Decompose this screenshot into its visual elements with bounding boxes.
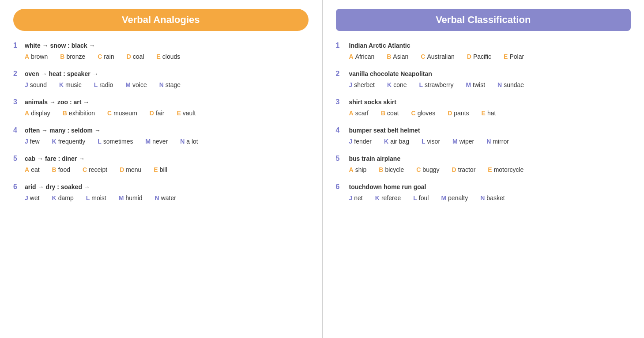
answer-text: mirror bbox=[493, 138, 509, 145]
answer-text: clouds bbox=[162, 53, 180, 60]
verbal-classification-panel: Verbal Classification 1Indian Arctic Atl… bbox=[323, 0, 644, 338]
answer-item: Na lot bbox=[180, 138, 198, 145]
answer-text: bill bbox=[160, 166, 167, 173]
answer-letter: N bbox=[159, 81, 164, 88]
answer-letter: N bbox=[480, 194, 485, 201]
answer-item: Nstage bbox=[159, 81, 181, 88]
question-words: Indian Arctic Atlantic bbox=[349, 42, 411, 49]
answer-row: AeatBfoodCreceiptDmenuEbill bbox=[13, 166, 309, 173]
answer-item: Bcoat bbox=[381, 110, 399, 117]
answer-item: Ascarf bbox=[349, 110, 369, 117]
answer-item: AAfrican bbox=[349, 53, 375, 60]
answer-row: JsherbetKconeLstrawberryMtwistNsundae bbox=[336, 81, 631, 88]
answer-item: Cgloves bbox=[411, 110, 436, 117]
answer-letter: K bbox=[384, 138, 388, 145]
question-words: bumper seat belt helmet bbox=[349, 127, 420, 134]
answer-item: Ehat bbox=[482, 110, 496, 117]
answer-text: air bag bbox=[390, 138, 409, 145]
answer-item: Creceipt bbox=[83, 166, 107, 173]
answer-text: African bbox=[355, 53, 375, 60]
answer-item: Eclouds bbox=[157, 53, 181, 60]
answer-item: Cmuseum bbox=[107, 110, 137, 117]
analogies-questions: 1white → snow : black →AbrownBbronzeCrai… bbox=[13, 42, 309, 201]
answer-text: exhibition bbox=[69, 110, 95, 117]
question-number: 5 bbox=[13, 155, 23, 163]
answer-letter: L bbox=[413, 194, 417, 201]
answer-letter: L bbox=[98, 138, 102, 145]
answer-row: AdisplayBexhibitionCmuseumDfairEvault bbox=[13, 110, 309, 117]
answer-text: menu bbox=[126, 166, 141, 173]
answer-item: Nsundae bbox=[497, 81, 524, 88]
answer-item: Kfrequently bbox=[52, 138, 86, 145]
answer-text: penalty bbox=[448, 194, 468, 201]
answer-item: Cbuggy bbox=[416, 166, 439, 173]
answer-letter: D bbox=[120, 166, 124, 173]
question-text: oven → heat : speaker → bbox=[25, 70, 98, 77]
answer-text: pants bbox=[454, 110, 469, 117]
answer-letter: J bbox=[349, 81, 353, 88]
answer-text: few bbox=[30, 138, 40, 145]
question-number: 4 bbox=[336, 126, 346, 134]
answer-text: museum bbox=[113, 110, 137, 117]
classification-question-3: 3shirt socks skirtAscarfBcoatCglovesDpan… bbox=[336, 98, 631, 117]
answer-item: Bbronze bbox=[60, 53, 85, 60]
answer-item: Nmirror bbox=[486, 138, 509, 145]
answer-text: voice bbox=[132, 81, 147, 88]
answer-text: twist bbox=[473, 81, 485, 88]
answer-letter: J bbox=[25, 194, 28, 201]
answer-letter: L bbox=[419, 81, 423, 88]
question-number: 6 bbox=[336, 183, 346, 191]
answer-item: Lsometimes bbox=[98, 138, 133, 145]
analogy-question-3: 3animals → zoo : art →AdisplayBexhibitio… bbox=[13, 98, 309, 117]
answer-letter: K bbox=[387, 81, 392, 88]
answer-item: Lstrawberry bbox=[419, 81, 453, 88]
answer-item: Bexhibition bbox=[63, 110, 95, 117]
answer-item: Mhumid bbox=[119, 194, 143, 201]
answer-letter: L bbox=[94, 81, 98, 88]
answer-text: Australian bbox=[427, 53, 454, 60]
answer-text: Asian bbox=[393, 53, 408, 60]
answer-text: coat bbox=[387, 110, 399, 117]
answer-letter: E bbox=[154, 166, 158, 173]
answer-letter: C bbox=[98, 53, 102, 60]
answer-letter: D bbox=[127, 53, 131, 60]
answer-text: radio bbox=[99, 81, 113, 88]
question-number: 2 bbox=[13, 70, 23, 78]
answer-letter: K bbox=[52, 194, 56, 201]
answer-item: Mpenalty bbox=[441, 194, 468, 201]
answer-letter: D bbox=[150, 110, 154, 117]
question-number: 6 bbox=[13, 183, 23, 191]
answer-text: display bbox=[31, 110, 50, 117]
answer-text: strawberry bbox=[425, 81, 453, 88]
answer-item: Emotorcycle bbox=[488, 166, 523, 173]
answer-item: Mwiper bbox=[452, 138, 474, 145]
answer-item: Dtractor bbox=[452, 166, 476, 173]
answer-item: Ebill bbox=[154, 166, 167, 173]
answer-letter: C bbox=[416, 166, 421, 173]
answer-item: Lvisor bbox=[422, 138, 440, 145]
answer-letter: B bbox=[60, 53, 64, 60]
classification-question-4: 4bumper seat belt helmetJfenderKair bagL… bbox=[336, 126, 631, 145]
answer-letter: N bbox=[155, 194, 159, 201]
question-text: white → snow : black → bbox=[25, 42, 95, 49]
answer-item: Jwet bbox=[25, 194, 40, 201]
answer-item: CAustralian bbox=[421, 53, 454, 60]
answer-letter: E bbox=[488, 166, 492, 173]
answer-text: stage bbox=[166, 81, 181, 88]
answer-letter: K bbox=[59, 81, 64, 88]
answer-item: Dfair bbox=[150, 110, 165, 117]
answer-letter: C bbox=[83, 166, 87, 173]
answer-item: Kair bag bbox=[384, 138, 409, 145]
answer-letter: A bbox=[25, 166, 29, 173]
answer-text: brown bbox=[31, 53, 48, 60]
answer-letter: B bbox=[381, 110, 385, 117]
answer-item: Jnet bbox=[349, 194, 363, 201]
answer-letter: M bbox=[125, 81, 131, 88]
verbal-analogies-title: Verbal Analogies bbox=[13, 9, 309, 31]
answer-text: damp bbox=[58, 194, 74, 201]
answer-letter: A bbox=[349, 110, 354, 117]
classification-question-1: 1Indian Arctic AtlanticAAfricanBAsianCAu… bbox=[336, 42, 631, 60]
answer-item: Jfender bbox=[349, 138, 372, 145]
answer-text: scarf bbox=[355, 110, 369, 117]
answer-item: Aship bbox=[349, 166, 367, 173]
